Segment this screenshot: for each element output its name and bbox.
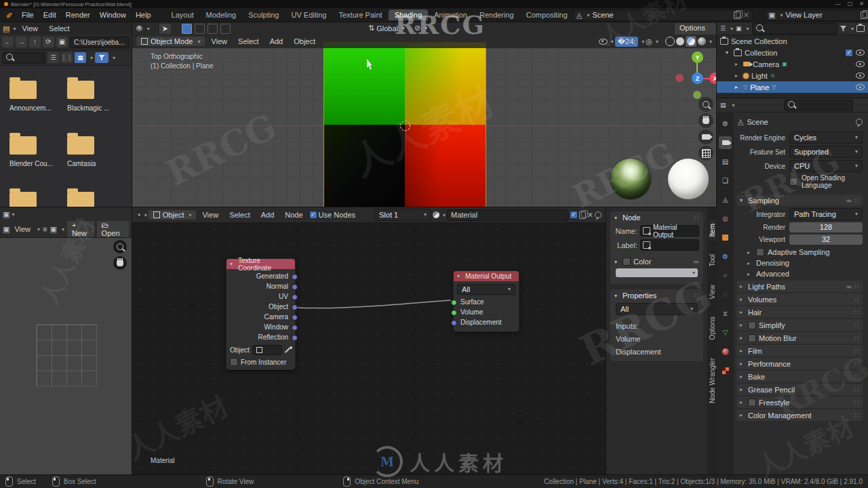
display-thumbnails-button[interactable]: ▦ <box>75 52 86 63</box>
minimize-button[interactable]: — <box>835 1 841 7</box>
object-picker-field[interactable] <box>252 345 282 355</box>
outliner-row-collection[interactable]: ▾ Collection ✓ <box>717 47 868 58</box>
subsection-adaptive-sampling[interactable]: ▸ Adaptive Sampling <box>736 247 863 258</box>
tab-world-icon[interactable]: ◍ <box>719 212 732 225</box>
node-name-field[interactable]: Material Output <box>640 225 699 237</box>
hide-eye-icon[interactable] <box>856 73 865 79</box>
node-panel-header[interactable]: ▾Node ∷ <box>610 211 703 224</box>
snap-magnet-icon[interactable]: �24; <box>615 37 639 47</box>
section-freestyle[interactable]: ▸Freestyle∷ <box>736 396 863 408</box>
gizmo-x-negative[interactable] <box>675 74 684 82</box>
display-mode-icon[interactable]: ▣ <box>736 25 742 32</box>
motion-blur-checkbox[interactable] <box>748 334 756 342</box>
menu-render[interactable]: Render <box>61 11 95 19</box>
tab-constraints-icon[interactable]: ⧖ <box>719 307 732 320</box>
tab-texture-icon[interactable] <box>719 364 732 377</box>
tab-options[interactable]: Options <box>709 312 716 344</box>
select-mode-lasso[interactable] <box>220 24 231 34</box>
editor-type-icon[interactable]: ▤ <box>720 102 726 108</box>
socket-icon[interactable] <box>292 304 298 310</box>
active-tool-icon[interactable]: ➤ <box>159 24 171 34</box>
socket-icon[interactable] <box>292 314 298 321</box>
node-label-field[interactable] <box>640 239 699 251</box>
menu-window[interactable]: Window <box>95 11 131 19</box>
tab-physics-icon[interactable]: ◌ <box>719 288 732 301</box>
socket-icon[interactable] <box>292 284 298 290</box>
node-header[interactable]: ▾Material Output <box>454 271 519 281</box>
outliner-row-plane-selected[interactable]: ▸ ▽ Plane ▽ <box>717 81 868 93</box>
folder-item[interactable]: Announcem... <box>9 75 67 124</box>
filter-options-dropdown[interactable]: ▾ <box>113 55 115 61</box>
section-light-paths[interactable]: ▸Light Paths≔∷ <box>736 281 863 292</box>
socket-icon[interactable] <box>292 294 298 300</box>
tab-tool-icon[interactable]: ⚙ <box>719 117 732 130</box>
simplify-checkbox[interactable] <box>748 321 756 329</box>
outliner-row-camera[interactable]: ▸ Camera ▣ <box>717 58 868 70</box>
section-hair[interactable]: ▸Hair∷ <box>736 306 863 318</box>
input-displacement[interactable]: Displacement <box>454 317 519 327</box>
input-volume[interactable]: Volume <box>454 307 519 317</box>
node-header[interactable]: ▾Texture Coordinate <box>226 259 295 269</box>
transform-orientation-dropdown[interactable]: ⇅Global▾ ⊘▾ <box>368 24 427 33</box>
viewport-3d[interactable]: 🞋▾ ➤ ⇅Global▾ ⊘▾ Options ▾ Object Mode▾ … <box>132 22 717 207</box>
display-horizontal-list-button[interactable]: ⋮⋮ <box>61 52 73 63</box>
freestyle-checkbox[interactable] <box>748 399 756 407</box>
tab-object-icon[interactable] <box>719 231 732 244</box>
section-grease-pencil[interactable]: ▸Grease Pencil∷ <box>736 384 863 395</box>
tab-tool[interactable]: Tool <box>709 250 716 270</box>
folder-item[interactable]: Camtasia <box>67 131 125 180</box>
hamburger-icon[interactable]: ≡ <box>43 225 47 233</box>
filter-toggle-button[interactable] <box>95 52 108 63</box>
editor-type-icon[interactable]: ☰ <box>720 25 726 32</box>
section-simplify[interactable]: ▸Simplify∷ <box>736 319 863 331</box>
input-surface[interactable]: Surface <box>454 297 519 307</box>
collection-checkbox[interactable]: ✓ <box>845 49 853 57</box>
output-window[interactable]: Window <box>226 322 295 332</box>
gizmo-z-axis[interactable]: Z <box>692 73 703 84</box>
folder-item[interactable]: Blackmagic ... <box>67 75 125 124</box>
viewport-select-menu[interactable]: Select <box>233 37 264 45</box>
section-bake[interactable]: ▸Bake∷ <box>736 371 863 382</box>
file-browser-select-menu[interactable]: Select <box>44 24 75 33</box>
viewport-camera-button[interactable] <box>698 129 713 144</box>
output-object[interactable]: Object <box>226 302 295 312</box>
properties-panel-header[interactable]: ▾Properties ∷ <box>610 289 703 302</box>
hide-eye-icon[interactable] <box>856 49 865 56</box>
unlink-scene-icon[interactable]: ✕ <box>743 11 749 20</box>
subsection-advanced[interactable]: ▸Advanced <box>736 268 863 279</box>
section-volumes[interactable]: ▸Volumes∷ <box>736 293 863 305</box>
editor-type-icon[interactable]: 🞋 <box>136 24 142 33</box>
gizmo-y-negative[interactable] <box>693 91 701 99</box>
tab-material-icon[interactable] <box>719 345 732 358</box>
socket-icon[interactable] <box>292 274 298 280</box>
tab-layout[interactable]: Layout <box>165 9 200 20</box>
menu-edit[interactable]: Edit <box>39 11 61 19</box>
integrator-dropdown[interactable]: Path Tracing▾ <box>789 208 863 220</box>
subsection-denoising[interactable]: ▸Denoising <box>736 258 863 268</box>
feature-set-dropdown[interactable]: Supported▾ <box>789 146 863 158</box>
output-normal[interactable]: Normal <box>226 281 295 291</box>
mode-dropdown[interactable]: Object Mode▾ <box>136 37 205 46</box>
node-color-swatch[interactable]: ▾ <box>616 268 698 277</box>
tab-modeling[interactable]: Modeling <box>200 9 243 20</box>
node-material-output[interactable]: ▾Material Output All▾ Surface Volume Dis… <box>453 270 519 332</box>
section-sampling[interactable]: ▾Sampling ≔∷ <box>736 195 863 206</box>
device-dropdown[interactable]: CPU▾ <box>789 160 863 172</box>
tab-sculpting[interactable]: Sculpting <box>242 9 285 20</box>
viewport-zoom-button[interactable] <box>698 97 713 112</box>
filter-icon[interactable] <box>840 26 846 31</box>
eyedropper-icon[interactable] <box>285 347 292 354</box>
tab-uv-editing[interactable]: UV Editing <box>285 9 332 20</box>
file-search-input[interactable] <box>2 52 45 64</box>
osl-row[interactable]: Open Shading Language <box>736 174 863 189</box>
viewport-samples-field[interactable]: 32 <box>789 235 863 245</box>
display-vertical-list-button[interactable]: ☰ <box>47 52 59 63</box>
socket-icon[interactable] <box>292 325 298 331</box>
tab-node-wrangler[interactable]: Node Wrangler <box>709 354 716 407</box>
tab-view-layer-icon[interactable]: ❏ <box>719 174 732 187</box>
output-camera[interactable]: Camera <box>226 312 295 322</box>
blender-logo-icon[interactable]: 🜚 <box>5 11 13 19</box>
maximize-button[interactable]: ▢ <box>848 1 853 7</box>
gizmo-y-axis[interactable]: Y <box>692 52 703 63</box>
adaptive-sampling-checkbox[interactable] <box>756 248 764 256</box>
